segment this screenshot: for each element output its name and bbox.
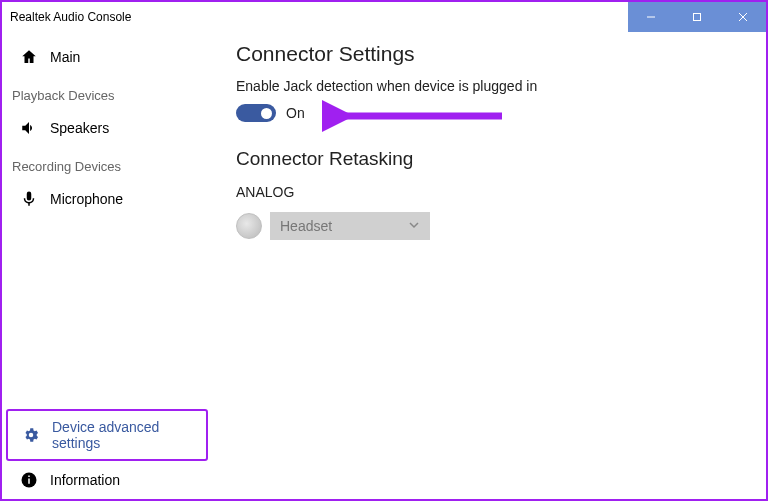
connector-retasking-title: Connector Retasking: [236, 148, 742, 170]
titlebar: Realtek Audio Console: [2, 2, 766, 32]
gear-icon: [22, 426, 40, 444]
maximize-button[interactable]: [674, 2, 720, 32]
svg-rect-6: [28, 476, 30, 478]
dropdown-value: Headset: [280, 218, 332, 234]
nav-information[interactable]: Information: [2, 461, 212, 499]
maximize-icon: [692, 12, 702, 22]
nav-microphone-label: Microphone: [50, 191, 123, 207]
chevron-down-icon: [408, 218, 420, 234]
recording-section-label: Recording Devices: [2, 147, 212, 180]
speaker-icon: [20, 119, 38, 137]
app-body: Main Playback Devices Speakers Recording…: [2, 32, 766, 499]
nav-information-label: Information: [50, 472, 120, 488]
playback-section-label: Playback Devices: [2, 76, 212, 109]
jack-detection-toggle-row: On: [236, 104, 742, 122]
nav-main-label: Main: [50, 49, 80, 65]
close-icon: [738, 12, 748, 22]
content-pane: Connector Settings Enable Jack detection…: [212, 32, 766, 499]
svg-rect-1: [694, 14, 701, 21]
home-icon: [20, 48, 38, 66]
jack-detection-label: Enable Jack detection when device is plu…: [236, 78, 742, 94]
nav-microphone[interactable]: Microphone: [2, 180, 212, 218]
window-controls: [628, 2, 766, 32]
nav-speakers-label: Speakers: [50, 120, 109, 136]
minimize-button[interactable]: [628, 2, 674, 32]
connector-type-dropdown[interactable]: Headset: [270, 212, 430, 240]
minimize-icon: [646, 12, 656, 22]
jack-connector-icon: [236, 213, 262, 239]
annotation-arrow-icon: [322, 98, 512, 134]
toggle-state-label: On: [286, 105, 305, 121]
nav-main[interactable]: Main: [2, 38, 212, 76]
info-icon: [20, 471, 38, 489]
sidebar: Main Playback Devices Speakers Recording…: [2, 32, 212, 499]
nav-speakers[interactable]: Speakers: [2, 109, 212, 147]
microphone-icon: [20, 190, 38, 208]
jack-detection-toggle[interactable]: [236, 104, 276, 122]
analog-jack-row: Headset: [236, 212, 742, 240]
nav-advanced-label: Device advanced settings: [52, 419, 198, 451]
connector-settings-title: Connector Settings: [236, 42, 742, 66]
svg-rect-5: [28, 479, 30, 484]
window-title: Realtek Audio Console: [10, 10, 131, 24]
analog-label: ANALOG: [236, 184, 742, 200]
close-button[interactable]: [720, 2, 766, 32]
nav-device-advanced-settings[interactable]: Device advanced settings: [6, 409, 208, 461]
